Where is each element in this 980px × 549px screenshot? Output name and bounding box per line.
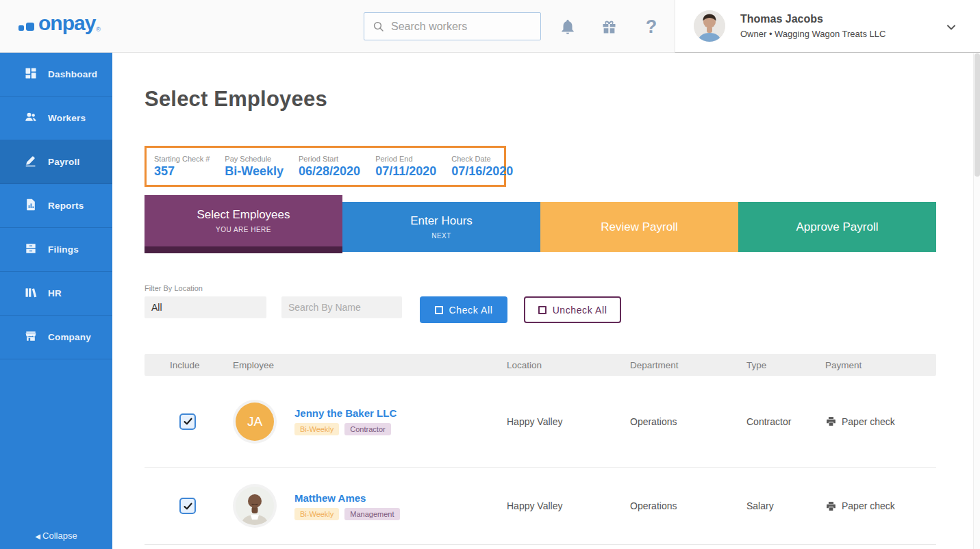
sidebar-item-workers[interactable]: Workers bbox=[0, 97, 112, 140]
user-role-company: Owner • Wagging Wagon Treats LLC bbox=[740, 29, 885, 39]
sidebar-item-reports[interactable]: Reports bbox=[0, 184, 112, 228]
period-end-field: Period End 07/11/2020 bbox=[375, 155, 436, 179]
sidebar-item-dashboard[interactable]: Dashboard bbox=[0, 53, 112, 97]
col-employee: Employee bbox=[220, 360, 494, 370]
payment-cell: Paper check bbox=[812, 416, 936, 427]
department-cell: Operations bbox=[617, 500, 733, 511]
checkbox-outline-icon bbox=[435, 306, 443, 314]
onpay-logo-icon bbox=[18, 12, 36, 33]
name-search-box bbox=[281, 296, 402, 318]
check-icon bbox=[183, 416, 193, 426]
payment-cell: Paper check bbox=[812, 500, 936, 512]
scrollbar-thumb[interactable] bbox=[975, 53, 980, 177]
printer-icon bbox=[825, 500, 837, 512]
company-icon bbox=[24, 329, 38, 346]
col-department: Department bbox=[617, 360, 733, 370]
help-icon[interactable]: ? bbox=[641, 16, 662, 37]
schedule-badge: Bi-Weekly bbox=[294, 508, 339, 520]
location-cell: Happy Valley bbox=[494, 500, 617, 511]
vertical-scrollbar[interactable] bbox=[973, 53, 980, 549]
hr-icon bbox=[24, 285, 38, 302]
filings-icon bbox=[24, 242, 38, 258]
sidebar-item-hr[interactable]: HR bbox=[0, 272, 112, 316]
employee-name-link[interactable]: Jenny the Baker LLC bbox=[294, 407, 397, 419]
page-title: Select Employees bbox=[145, 87, 980, 112]
main-content: Select Employees Starting Check # 357 Pa… bbox=[112, 53, 980, 549]
collapse-arrow-icon: ◀ bbox=[35, 533, 40, 540]
table-header: Include Employee Location Department Typ… bbox=[145, 354, 936, 376]
step-enter-hours[interactable]: Enter Hours NEXT bbox=[342, 202, 540, 252]
registered-mark: ® bbox=[96, 26, 101, 33]
department-badge: Management bbox=[344, 508, 399, 520]
type-cell: Contractor bbox=[733, 416, 812, 427]
workers-icon bbox=[24, 110, 38, 127]
avatar bbox=[694, 10, 725, 42]
include-checkbox[interactable] bbox=[179, 498, 196, 514]
location-select[interactable]: All bbox=[145, 296, 266, 318]
checkbox-outline-icon bbox=[538, 306, 546, 314]
col-payment: Payment bbox=[812, 360, 936, 370]
step-approve-payroll[interactable]: Approve Payroll bbox=[738, 202, 936, 252]
step-select-employees[interactable]: Select Employees YOU ARE HERE bbox=[145, 195, 342, 253]
col-include: Include bbox=[145, 360, 220, 370]
employee-name-link[interactable]: Matthew Ames bbox=[294, 492, 405, 504]
include-checkbox[interactable] bbox=[179, 413, 196, 430]
location-cell: Happy Valley bbox=[494, 416, 617, 427]
sidebar-nav: Dashboard Workers Payroll Reports Filing… bbox=[0, 53, 112, 549]
chevron-down-icon bbox=[944, 21, 958, 37]
col-location: Location bbox=[494, 360, 617, 370]
department-cell: Operations bbox=[617, 416, 733, 427]
payroll-icon bbox=[24, 154, 38, 170]
employee-table: Include Employee Location Department Typ… bbox=[145, 354, 936, 545]
sidebar-item-filings[interactable]: Filings bbox=[0, 228, 112, 272]
printer-icon bbox=[825, 416, 837, 427]
table-row: Matthew Ames Bi-Weekly Management Happy … bbox=[145, 468, 936, 545]
col-type: Type bbox=[733, 360, 812, 370]
schedule-badge: Bi-Weekly bbox=[294, 423, 339, 435]
period-start-field: Period Start 06/28/2020 bbox=[299, 155, 360, 179]
avatar-photo bbox=[236, 487, 274, 525]
avatar bbox=[236, 487, 274, 525]
search-icon bbox=[373, 21, 385, 33]
user-name: Thomas Jacobs bbox=[740, 13, 885, 25]
type-cell: Salary bbox=[733, 500, 812, 511]
payroll-info-box: Starting Check # 357 Pay Schedule Bi-Wee… bbox=[145, 146, 506, 187]
check-date-field: Check Date 07/16/2020 bbox=[451, 155, 513, 179]
gift-icon[interactable] bbox=[599, 16, 619, 37]
dashboard-icon bbox=[24, 66, 38, 83]
check-icon bbox=[183, 501, 193, 511]
onpay-logo[interactable]: onpay ® bbox=[18, 12, 101, 33]
uncheck-all-button[interactable]: Uncheck All bbox=[524, 296, 621, 323]
user-menu[interactable]: Thomas Jacobs Owner • Wagging Wagon Trea… bbox=[675, 0, 980, 53]
filter-row: All Check All Uncheck All bbox=[145, 296, 980, 323]
worker-search-box[interactable] bbox=[364, 12, 541, 40]
starting-check-field: Starting Check # 357 bbox=[154, 155, 210, 179]
collapse-sidebar-button[interactable]: ◀Collapse bbox=[0, 531, 112, 541]
step-review-payroll[interactable]: Review Payroll bbox=[540, 202, 738, 252]
sidebar-item-company[interactable]: Company bbox=[0, 316, 112, 359]
table-row: JA Jenny the Baker LLC Bi-Weekly Contrac… bbox=[145, 376, 936, 468]
name-search-input[interactable] bbox=[281, 296, 402, 318]
search-input[interactable] bbox=[391, 21, 528, 33]
pay-schedule-field: Pay Schedule Bi-Weekly bbox=[225, 155, 284, 179]
check-all-button[interactable]: Check All bbox=[420, 296, 507, 323]
logo-text: onpay bbox=[38, 14, 95, 34]
department-badge: Contractor bbox=[344, 423, 390, 435]
avatar: JA bbox=[236, 403, 274, 441]
top-header: onpay ® ? Thomas Jacobs Owner • Wagging … bbox=[0, 0, 980, 53]
reports-icon bbox=[24, 198, 38, 214]
notifications-bell-icon[interactable] bbox=[557, 16, 578, 37]
filter-by-location-label: Filter By Location bbox=[145, 284, 980, 292]
sidebar-item-payroll[interactable]: Payroll bbox=[0, 140, 112, 184]
payroll-steps: Select Employees YOU ARE HERE Enter Hour… bbox=[145, 195, 936, 253]
